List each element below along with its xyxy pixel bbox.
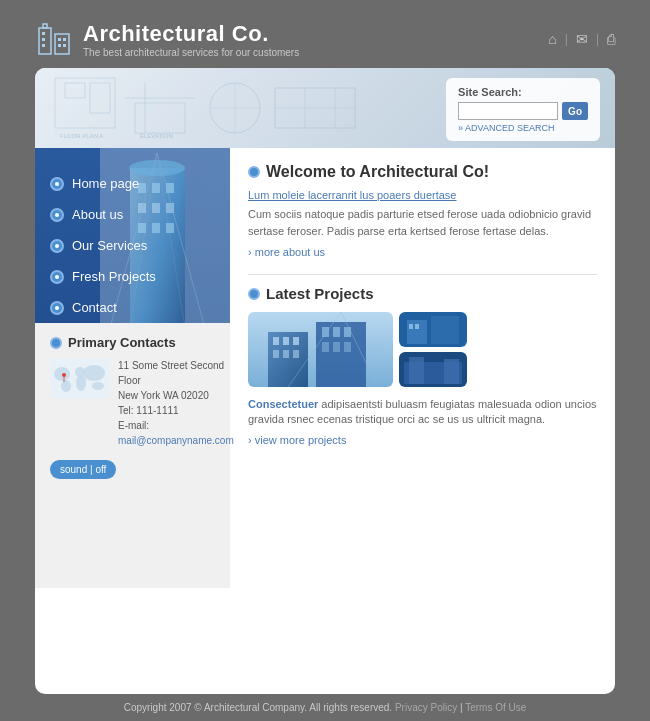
latest-title: Latest Projects — [266, 285, 374, 302]
project-thumb-small-1[interactable] — [399, 312, 467, 347]
contact-address-1: 11 Some Street Second Floor — [118, 358, 234, 388]
print-icon[interactable]: ⎙ — [607, 31, 615, 47]
nav-bullet — [50, 208, 64, 222]
world-map-icon — [50, 358, 110, 398]
content-area: Home page About us Our Services Fresh Pr… — [35, 148, 615, 588]
email-icon[interactable]: ✉ — [576, 31, 588, 47]
svg-rect-60 — [333, 327, 340, 337]
contacts-dot — [50, 337, 62, 349]
site-title: Architectural Co. — [83, 21, 299, 47]
svg-rect-59 — [322, 327, 329, 337]
svg-rect-15 — [135, 103, 185, 133]
svg-rect-52 — [273, 337, 279, 345]
main-container: FLOOR PLAN A ELEVATION Site Search: Go »… — [35, 68, 615, 694]
sidebar-item-about-us[interactable]: About us — [35, 199, 230, 230]
blueprint-bg: FLOOR PLAN A ELEVATION — [35, 68, 415, 148]
svg-rect-2 — [55, 34, 69, 54]
sidebar-item-our-services[interactable]: Our Services — [35, 230, 230, 261]
svg-rect-63 — [333, 342, 340, 352]
contacts-title: Primary Contacts — [68, 335, 176, 350]
sidebar-item-contact[interactable]: Contact — [35, 292, 230, 323]
site-tagline: The best architectural services for our … — [83, 47, 299, 58]
svg-rect-3 — [42, 32, 45, 35]
contact-email-row: E-mail: mail@companyname.com — [118, 418, 234, 448]
svg-point-47 — [92, 382, 104, 390]
nav-bullet — [50, 270, 64, 284]
contacts-content: 11 Some Street Second Floor New York WA … — [50, 358, 215, 448]
svg-rect-9 — [63, 44, 66, 47]
nav-bullet — [50, 177, 64, 191]
search-box: Site Search: Go » ADVANCED SEARCH — [446, 78, 600, 141]
svg-rect-57 — [293, 350, 299, 358]
svg-rect-4 — [42, 38, 45, 41]
sidebar: Home page About us Our Services Fresh Pr… — [35, 148, 230, 588]
svg-point-45 — [76, 375, 86, 391]
svg-rect-11 — [65, 83, 85, 98]
sound-toggle[interactable]: sound | off — [50, 460, 116, 479]
svg-rect-54 — [293, 337, 299, 345]
search-label: Site Search: — [458, 86, 588, 98]
svg-rect-12 — [90, 83, 110, 113]
svg-point-46 — [83, 365, 105, 381]
contact-email-link[interactable]: mail@companyname.com — [118, 435, 234, 446]
svg-rect-5 — [42, 44, 45, 47]
svg-rect-55 — [273, 350, 279, 358]
project-description: Consectetuer adipisaentsti buluasm feugi… — [248, 397, 597, 428]
footer-privacy-link[interactable]: Privacy Policy — [395, 702, 457, 713]
sidebar-item-fresh-projects[interactable]: Fresh Projects — [35, 261, 230, 292]
advanced-search-link[interactable]: » ADVANCED SEARCH — [458, 123, 588, 133]
svg-rect-69 — [431, 316, 459, 344]
footer: Copyright 2007 © Architectural Company. … — [35, 694, 615, 721]
projects-grid — [248, 312, 597, 387]
logo-area: Architectural Co. The best architectural… — [35, 20, 299, 58]
svg-rect-7 — [58, 44, 61, 47]
welcome-section: Welcome to Architectural Co! Lum moleie … — [248, 163, 597, 259]
welcome-dot — [248, 166, 260, 178]
contact-info: 11 Some Street Second Floor New York WA … — [118, 358, 234, 448]
project-desc-link[interactable]: Consectetuer — [248, 398, 318, 410]
project-thumbs-small — [399, 312, 467, 387]
project-thumb-small-2[interactable] — [399, 352, 467, 387]
latest-projects-section: Latest Projects — [248, 285, 597, 446]
svg-text:ELEVATION: ELEVATION — [140, 133, 173, 139]
footer-separator: | — [460, 702, 463, 713]
view-more-projects-link[interactable]: view more projects — [248, 434, 597, 446]
project-thumb-main[interactable] — [248, 312, 393, 387]
contact-address-2: New York WA 02020 — [118, 388, 234, 403]
contact-tel: Tel: 111-1111 — [118, 403, 234, 418]
svg-point-43 — [61, 380, 71, 392]
svg-rect-75 — [444, 359, 459, 384]
svg-rect-62 — [322, 342, 329, 352]
main-content: Welcome to Architectural Co! Lum moleie … — [230, 148, 615, 588]
search-go-button[interactable]: Go — [562, 102, 588, 120]
svg-rect-74 — [409, 357, 424, 384]
more-about-us-link[interactable]: more about us — [248, 246, 325, 258]
svg-rect-61 — [344, 327, 351, 337]
footer-copyright: Copyright 2007 © Architectural Company. … — [124, 702, 392, 713]
home-icon[interactable]: ⌂ — [548, 31, 556, 47]
svg-point-42 — [54, 367, 70, 381]
nav-bullet — [50, 301, 64, 315]
svg-rect-1 — [43, 24, 47, 28]
svg-rect-6 — [58, 38, 61, 41]
latest-dot — [248, 288, 260, 300]
svg-rect-8 — [63, 38, 66, 41]
sidebar-item-home-page[interactable]: Home page — [35, 168, 230, 199]
logo-text: Architectural Co. The best architectural… — [83, 21, 299, 58]
contacts-section: Primary Contacts — [35, 323, 230, 489]
nav-bullet — [50, 239, 64, 253]
svg-rect-53 — [283, 337, 289, 345]
welcome-title: Welcome to Architectural Co! — [266, 163, 489, 181]
svg-rect-56 — [283, 350, 289, 358]
footer-terms-link[interactable]: Terms Of Use — [465, 702, 526, 713]
svg-text:FLOOR PLAN A: FLOOR PLAN A — [60, 133, 103, 139]
search-input[interactable] — [458, 102, 558, 120]
header-icons: ⌂ | ✉ | ⎙ — [548, 31, 615, 47]
banner: FLOOR PLAN A ELEVATION Site Search: Go »… — [35, 68, 615, 148]
header: Architectural Co. The best architectural… — [35, 20, 615, 68]
content-divider — [248, 274, 597, 275]
svg-point-48 — [62, 373, 66, 377]
welcome-body: Cum sociis natoque padis parturie etsed … — [248, 206, 597, 239]
nav-menu: Home page About us Our Services Fresh Pr… — [35, 148, 230, 323]
welcome-article-link[interactable]: Lum moleie lacerranrit lus poaers duerta… — [248, 189, 597, 201]
